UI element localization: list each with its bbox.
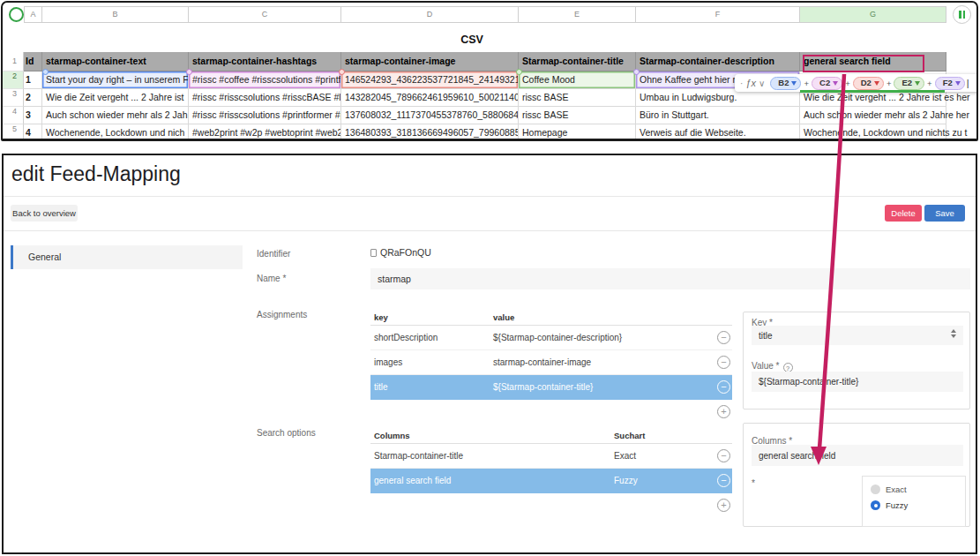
- cell-id[interactable]: 4: [24, 124, 42, 141]
- search-options-table-header: Columns Suchart: [370, 428, 732, 444]
- cell-text[interactable]: Auch schon wieder mehr als 2 Jah: [42, 107, 189, 124]
- identifier-value: QRaFOnQU: [370, 247, 431, 258]
- annotation-highlight-box: [803, 55, 924, 72]
- cell-title[interactable]: Homepage: [519, 124, 636, 141]
- feed-mapping-panel: edit Feed-Mapping Back to overview Delet…: [2, 154, 977, 554]
- search-options-label: Search options: [257, 428, 316, 438]
- add-row-button[interactable]: +: [717, 499, 730, 512]
- column-letter-b[interactable]: B: [42, 6, 189, 23]
- formula-token-b2[interactable]: B2: [770, 77, 801, 90]
- formula-plus: +: [804, 79, 809, 88]
- formula-token-d2[interactable]: D2: [853, 77, 884, 90]
- record-icon[interactable]: [9, 7, 24, 22]
- column-letter-f[interactable]: F: [636, 6, 800, 23]
- header-title[interactable]: Starmap-container-title: [519, 52, 636, 71]
- row-number[interactable]: 4: [3, 107, 24, 124]
- cell-id[interactable]: 3: [24, 107, 42, 124]
- sidebar-item-general[interactable]: General: [11, 245, 243, 269]
- header-image[interactable]: starmap-container-image: [341, 52, 519, 71]
- delete-button[interactable]: Delete: [885, 205, 922, 222]
- remove-row-button[interactable]: −: [717, 449, 730, 462]
- remove-row-button[interactable]: −: [717, 474, 730, 487]
- column-letter-d[interactable]: D: [341, 6, 519, 23]
- header-id[interactable]: Id: [24, 52, 42, 71]
- row-number[interactable]: 5: [3, 124, 24, 141]
- formula-token-e2[interactable]: E2: [894, 77, 924, 90]
- cell-search[interactable]: Wochenende, Lockdown und nichts zu t: [800, 124, 946, 141]
- row-number[interactable]: 3: [3, 89, 24, 107]
- cell-text[interactable]: Wochenende, Lockdown und nich: [42, 124, 189, 141]
- cell-title[interactable]: Coffee Mood: [519, 71, 636, 89]
- cell-hashtags[interactable]: #rissc #coffee #risscsolutions #printfo: [189, 71, 341, 89]
- cell-description[interactable]: Umbau in Ludwigsburg.: [636, 89, 800, 107]
- cell-hashtags[interactable]: #rissc #risscsolutions #risscBASE #lu: [189, 89, 341, 107]
- header-description[interactable]: Starmap-container-description: [636, 52, 800, 71]
- radio-selected-icon[interactable]: [871, 500, 880, 510]
- key-column-header: key: [374, 310, 388, 326]
- radio-unselected-icon[interactable]: [871, 485, 880, 494]
- cell-image[interactable]: 137608032_1117370455378760_5880684: [341, 107, 519, 124]
- save-button[interactable]: Save: [924, 205, 965, 222]
- range-handle-dot[interactable]: [339, 69, 345, 75]
- table-row[interactable]: images starmap-container-image −: [370, 350, 732, 375]
- chevron-down-icon: [874, 81, 879, 86]
- assignments-table: key value shortDescription ${Starmap-con…: [370, 310, 732, 423]
- cell-id[interactable]: 1: [24, 71, 42, 89]
- select-stepper-icon: [951, 329, 956, 338]
- cell-search[interactable]: Auch schon wieder mehr als 2 Jahre her: [800, 107, 946, 124]
- cell-image[interactable]: 143282045_789662461959610_50021140: [341, 89, 519, 107]
- range-handle-dot[interactable]: [42, 69, 49, 75]
- header-hashtags[interactable]: starmap-container-hashtags: [189, 52, 341, 71]
- header-text[interactable]: starmap-container-text: [42, 52, 189, 71]
- pause-icon[interactable]: [953, 5, 971, 24]
- range-handle-dot[interactable]: [516, 69, 522, 75]
- spreadsheet-window: A B C D E F G CSV 1 Id starmap-container…: [1, 1, 978, 141]
- row-number[interactable]: 2: [3, 71, 24, 89]
- radio-fuzzy[interactable]: Fuzzy: [871, 500, 908, 510]
- formula-editor[interactable]: · ƒx ∨ B2 + C2 + D2 + E2 + F2 |: [735, 74, 978, 92]
- table-row[interactable]: Starmap-container-title Exact −: [370, 444, 732, 469]
- table-row-selected[interactable]: title ${Starmap-container-title} −: [370, 375, 732, 400]
- remove-row-button[interactable]: −: [717, 356, 730, 369]
- table-row: 4 3 Auch schon wieder mehr als 2 Jah #ri…: [3, 107, 946, 124]
- formula-token-f2[interactable]: F2: [935, 77, 965, 90]
- column-letter-g[interactable]: G: [800, 6, 946, 23]
- name-field[interactable]: starmap: [370, 268, 970, 289]
- column-letter-c[interactable]: C: [189, 6, 341, 23]
- cell-description[interactable]: Büro in Stuttgart.: [636, 107, 800, 124]
- cell-image[interactable]: 136480393_318136669496057_79960885: [341, 124, 519, 141]
- columns-field[interactable]: general search field: [752, 445, 963, 466]
- key-select[interactable]: title: [752, 326, 963, 345]
- suchart-column-header: Suchart: [614, 428, 645, 444]
- radio-exact[interactable]: Exact: [871, 485, 907, 494]
- column-letter-a[interactable]: A: [24, 6, 42, 23]
- add-row-button[interactable]: +: [717, 405, 730, 418]
- table-row: 5 4 Wochenende, Lockdown und nich #web2p…: [3, 124, 946, 141]
- cell-text[interactable]: Wie die Zeit vergeht ... 2 Jahre ist: [42, 89, 189, 107]
- cell-hashtags[interactable]: #rissc #risscsolutions #printformer #p: [189, 107, 341, 124]
- value-field[interactable]: ${Starmap-container-title}: [752, 372, 963, 392]
- table-row-selected[interactable]: general search field Fuzzy −: [370, 469, 732, 493]
- add-row-container: +: [370, 400, 732, 423]
- cell-title[interactable]: rissc BASE: [519, 107, 636, 124]
- range-handle-dot[interactable]: [186, 69, 192, 75]
- search-type-radio-group: Exact Fuzzy: [862, 476, 966, 527]
- remove-row-button[interactable]: −: [717, 331, 730, 344]
- formula-token-c2[interactable]: C2: [812, 77, 842, 90]
- cell-image[interactable]: 146524293_436223537721845_24149321: [341, 71, 519, 89]
- add-row-container: +: [370, 493, 732, 516]
- range-handle-dot[interactable]: [633, 69, 640, 75]
- cell-title[interactable]: rissc BASE: [519, 89, 636, 107]
- row-number[interactable]: 1: [3, 52, 24, 71]
- divider: [4, 230, 976, 231]
- back-to-overview-button[interactable]: Back to overview: [11, 205, 78, 222]
- cell-hashtags[interactable]: #web2print #w2p #webtoprint #web2: [189, 124, 341, 141]
- remove-row-button[interactable]: −: [717, 380, 730, 394]
- divider: [4, 196, 976, 197]
- cell-text[interactable]: Start your day right – in unserem F: [42, 71, 189, 89]
- cell-id[interactable]: 2: [24, 89, 42, 107]
- column-letter-e[interactable]: E: [519, 6, 636, 23]
- cell-description[interactable]: Verweis auf die Webseite.: [636, 124, 800, 141]
- table-row[interactable]: shortDescription ${Starmap-container-des…: [370, 326, 732, 350]
- copy-icon[interactable]: [370, 249, 377, 257]
